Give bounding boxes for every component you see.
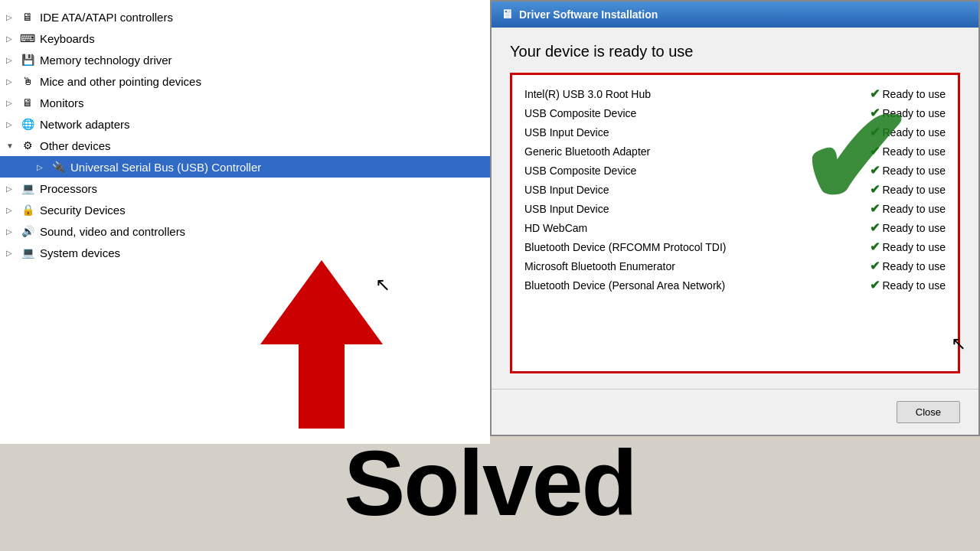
device-label: Universal Serial Bus (USB) Controller bbox=[70, 161, 261, 174]
device-label: Network adapters bbox=[40, 118, 130, 131]
device-icon-system: 💻 bbox=[20, 245, 35, 260]
device-row: Microsoft Bluetooth Enumerator ✔ Ready t… bbox=[524, 256, 946, 276]
check-icon: ✔ bbox=[870, 220, 880, 235]
ready-text: Ready to use bbox=[883, 222, 946, 234]
check-icon: ✔ bbox=[870, 182, 880, 197]
device-item-mice[interactable]: ▷ 🖱 Mice and other pointing devices bbox=[0, 70, 490, 92]
device-item-processors[interactable]: ▷ 💻 Processors bbox=[0, 178, 490, 199]
dialog-title-icon: 🖥 bbox=[501, 8, 513, 21]
status-section: ✔ Ready to use bbox=[870, 278, 946, 292]
expand-icon: ▷ bbox=[6, 249, 17, 257]
device-name: USB Composite Device bbox=[524, 165, 870, 177]
device-label: Sound, video and controllers bbox=[40, 225, 185, 238]
device-label: Memory technology driver bbox=[40, 54, 172, 67]
device-label: Keyboards bbox=[40, 32, 95, 45]
device-name: Microsoft Bluetooth Enumerator bbox=[524, 260, 870, 272]
device-row: USB Composite Device ✔ Ready to use bbox=[524, 161, 946, 180]
device-name: USB Input Device bbox=[524, 126, 870, 139]
close-button[interactable]: Close bbox=[897, 401, 960, 423]
ready-text: Ready to use bbox=[883, 126, 946, 139]
ready-text: Ready to use bbox=[883, 165, 946, 177]
check-icon: ✔ bbox=[870, 278, 880, 292]
dialog-titlebar: 🖥 Driver Software Installation bbox=[492, 2, 978, 28]
check-icon: ✔ bbox=[870, 86, 880, 101]
ready-text: Ready to use bbox=[883, 241, 946, 253]
device-item-usb-controller[interactable]: ▷ 🔌 Universal Serial Bus (USB) Controlle… bbox=[0, 156, 490, 178]
ready-text: Ready to use bbox=[883, 279, 946, 292]
device-label: Monitors bbox=[40, 96, 84, 109]
device-row: Bluetooth Device (Personal Area Network)… bbox=[524, 276, 946, 295]
device-name: Generic Bluetooth Adapter bbox=[524, 145, 870, 158]
device-item-network[interactable]: ▷ 🌐 Network adapters bbox=[0, 113, 490, 135]
expand-icon: ▷ bbox=[6, 206, 17, 214]
check-icon: ✔ bbox=[870, 201, 880, 216]
device-label: Security Devices bbox=[40, 204, 126, 217]
device-icon-monitors: 🖥 bbox=[20, 95, 35, 110]
expand-icon: ▷ bbox=[6, 120, 17, 129]
status-section: ✔ Ready to use bbox=[870, 106, 946, 120]
device-list: ▷ 🖥 IDE ATA/ATAPI controllers ▷ ⌨ Keyboa… bbox=[0, 0, 490, 269]
device-label: System devices bbox=[40, 246, 120, 259]
check-icon: ✔ bbox=[870, 125, 880, 139]
svg-marker-0 bbox=[260, 260, 383, 429]
device-item-other[interactable]: ▼ ⚙ Other devices bbox=[0, 135, 490, 156]
device-row: USB Input Device ✔ Ready to use bbox=[524, 122, 946, 142]
ready-text: Ready to use bbox=[883, 107, 946, 119]
device-icon-processors: 💻 bbox=[20, 181, 35, 196]
device-item-keyboards[interactable]: ▷ ⌨ Keyboards bbox=[0, 28, 490, 49]
device-name: HD WebCam bbox=[524, 222, 870, 234]
ready-heading: Your device is ready to use bbox=[510, 43, 960, 60]
device-manager-panel: ▷ 🖥 IDE ATA/ATAPI controllers ▷ ⌨ Keyboa… bbox=[0, 0, 490, 444]
expand-icon: ▷ bbox=[6, 56, 17, 64]
expand-icon: ▷ bbox=[37, 163, 47, 171]
device-name: USB Composite Device bbox=[524, 107, 870, 119]
ready-text: Ready to use bbox=[883, 88, 946, 100]
device-item-sound[interactable]: ▷ 🔊 Sound, video and controllers bbox=[0, 220, 490, 242]
device-label: Other devices bbox=[40, 139, 111, 152]
device-icon-usb: 🔌 bbox=[51, 159, 66, 174]
device-row: USB Input Device ✔ Ready to use bbox=[524, 199, 946, 218]
expand-icon: ▷ bbox=[6, 184, 17, 193]
status-section: ✔ Ready to use bbox=[870, 220, 946, 235]
check-icon: ✔ bbox=[870, 259, 880, 273]
device-results-box: ✔ Intel(R) USB 3.0 Root Hub ✔ Ready to u… bbox=[510, 73, 960, 373]
device-item-ide[interactable]: ▷ 🖥 IDE ATA/ATAPI controllers bbox=[0, 6, 490, 28]
status-section: ✔ Ready to use bbox=[870, 240, 946, 254]
status-section: ✔ Ready to use bbox=[870, 144, 946, 158]
dialog-title: Driver Software Installation bbox=[519, 8, 658, 21]
device-icon-network: 🌐 bbox=[20, 116, 35, 132]
status-section: ✔ Ready to use bbox=[870, 125, 946, 139]
device-name: Bluetooth Device (Personal Area Network) bbox=[524, 279, 870, 292]
device-icon-mice: 🖱 bbox=[20, 73, 35, 89]
expand-icon: ▷ bbox=[6, 99, 17, 107]
expand-icon: ▷ bbox=[6, 34, 17, 43]
device-row: Generic Bluetooth Adapter ✔ Ready to use bbox=[524, 142, 946, 161]
expand-icon: ▼ bbox=[6, 142, 17, 150]
ready-text: Ready to use bbox=[883, 260, 946, 272]
dialog-content: Your device is ready to use ✔ Intel(R) U… bbox=[492, 28, 978, 389]
device-item-monitors[interactable]: ▷ 🖥 Monitors bbox=[0, 92, 490, 113]
device-row: Bluetooth Device (RFCOMM Protocol TDI) ✔… bbox=[524, 237, 946, 256]
device-name: USB Input Device bbox=[524, 203, 870, 215]
device-row: USB Composite Device ✔ Ready to use bbox=[524, 103, 946, 122]
expand-icon: ▷ bbox=[6, 227, 17, 236]
device-row: HD WebCam ✔ Ready to use bbox=[524, 218, 946, 237]
device-icon-keyboards: ⌨ bbox=[20, 31, 35, 46]
device-icon-other: ⚙ bbox=[20, 138, 35, 153]
status-section: ✔ Ready to use bbox=[870, 182, 946, 197]
device-item-security[interactable]: ▷ 🔒 Security Devices bbox=[0, 199, 490, 220]
device-icon-ide: 🖥 bbox=[20, 9, 35, 24]
device-label: Processors bbox=[40, 182, 97, 195]
ready-text: Ready to use bbox=[883, 203, 946, 215]
device-label: IDE ATA/ATAPI controllers bbox=[40, 11, 173, 24]
device-row: USB Input Device ✔ Ready to use bbox=[524, 180, 946, 199]
ready-text: Ready to use bbox=[883, 184, 946, 196]
device-row: Intel(R) USB 3.0 Root Hub ✔ Ready to use bbox=[524, 84, 946, 103]
expand-icon: ▷ bbox=[6, 13, 17, 21]
dialog-bottom-bar: Close bbox=[492, 389, 978, 435]
device-item-memory[interactable]: ▷ 💾 Memory technology driver bbox=[0, 49, 490, 70]
driver-install-dialog: 🖥 Driver Software Installation Your devi… bbox=[490, 0, 980, 436]
device-item-system[interactable]: ▷ 💻 System devices bbox=[0, 242, 490, 263]
status-section: ✔ Ready to use bbox=[870, 201, 946, 216]
device-icon-sound: 🔊 bbox=[20, 223, 35, 239]
